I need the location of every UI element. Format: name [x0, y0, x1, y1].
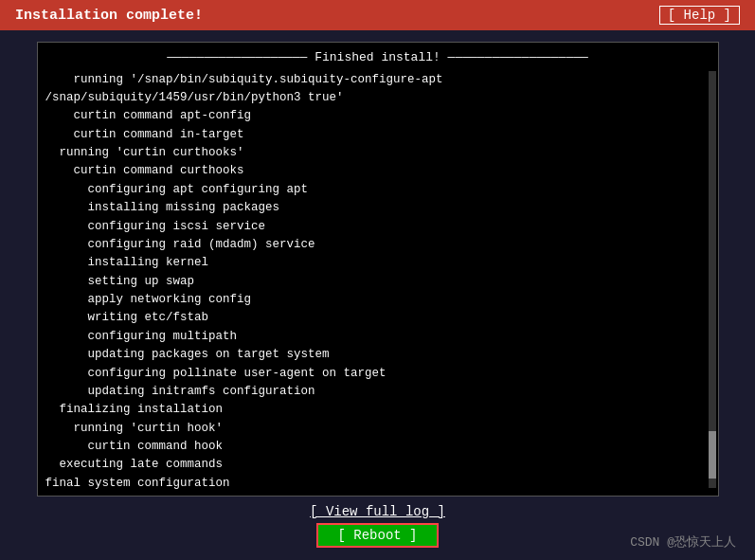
header-title: Installation complete!	[15, 8, 203, 24]
terminal-line: configuring iscsi service	[45, 218, 710, 236]
terminal-line: /snap/subiquity/1459/usr/bin/python3 tru…	[45, 89, 710, 107]
terminal-line: curtin command in-target	[45, 126, 710, 144]
terminal-line: configuring pollinate user-agent on targ…	[45, 365, 710, 383]
terminal-box: ——————————————————— Finished install! ——…	[37, 42, 719, 497]
reboot-button[interactable]: [ Reboot ]	[316, 523, 438, 548]
scrollbar-thumb[interactable]	[709, 431, 716, 479]
terminal-line: installing missing packages	[45, 199, 710, 217]
terminal-line: running 'curtin hook'	[45, 420, 710, 438]
terminal-line: curtin command curthooks	[45, 162, 710, 180]
bottom-area: [ View full log ] [ Reboot ]	[310, 504, 445, 548]
terminal-title: ——————————————————— Finished install! ——…	[45, 48, 710, 67]
terminal-line: finalizing installation	[45, 401, 710, 419]
terminal-line: configuring apt configuring apt	[45, 181, 710, 199]
scrollbar[interactable]	[709, 71, 716, 488]
header-bar: Installation complete! [ Help ]	[0, 0, 755, 30]
terminal-line: executing late commands	[45, 456, 710, 474]
terminal-line: final system configuration	[45, 475, 710, 493]
terminal-line: updating packages on target system	[45, 346, 710, 364]
terminal-line: installing kernel	[45, 254, 710, 272]
terminal-line: running 'curtin curthooks'	[45, 144, 710, 162]
terminal-line: setting up swap	[45, 273, 710, 291]
main-content: ——————————————————— Finished install! ——…	[0, 30, 755, 548]
terminal-line: configuring multipath	[45, 328, 710, 346]
terminal-line: configuring cloud-init	[45, 493, 710, 497]
terminal-lines: running '/snap/bin/subiquity.subiquity-c…	[45, 71, 710, 497]
watermark: CSDN @恐惊天上人	[630, 533, 736, 551]
terminal-line: running '/snap/bin/subiquity.subiquity-c…	[45, 71, 710, 89]
terminal-line: writing etc/fstab	[45, 309, 710, 327]
terminal-line: curtin command hook	[45, 438, 710, 456]
view-log-link[interactable]: [ View full log ]	[310, 504, 445, 519]
terminal-line: updating initramfs configuration	[45, 383, 710, 401]
terminal-line: curtin command apt-config	[45, 107, 710, 125]
help-button[interactable]: [ Help ]	[659, 6, 740, 25]
terminal-line: apply networking config	[45, 291, 710, 309]
terminal-line: configuring raid (mdadm) service	[45, 236, 710, 254]
